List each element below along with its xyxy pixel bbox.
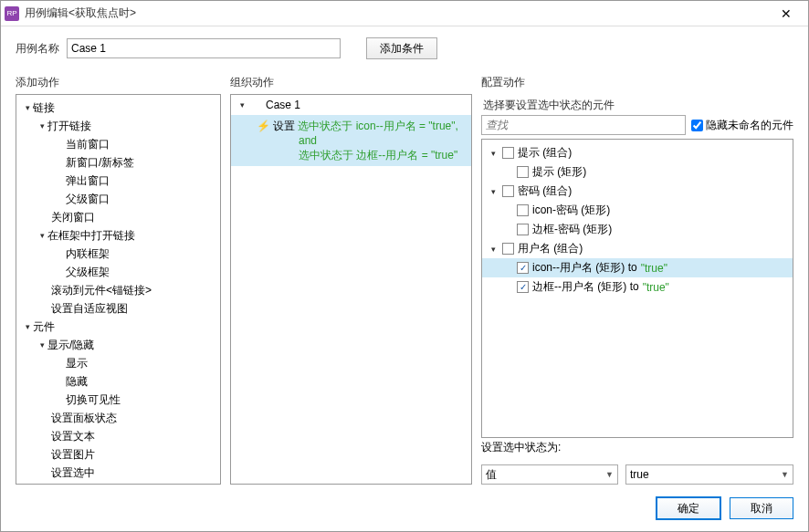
caret-down-icon: ▾ bbox=[488, 186, 499, 197]
action-line2: 选中状态于 边框--用户名 = "true" bbox=[299, 149, 457, 162]
case-name-row: 用例名称 添加条件 bbox=[1, 26, 808, 70]
checkbox[interactable] bbox=[502, 147, 514, 159]
ok-button[interactable]: 确定 bbox=[657, 497, 720, 519]
chevron-down-icon: ▼ bbox=[605, 470, 614, 479]
tree-open-link[interactable]: ▾打开链接 bbox=[16, 117, 220, 135]
tree-widgets[interactable]: ▾元件 bbox=[16, 318, 220, 336]
tree-links[interactable]: ▾链接 bbox=[16, 99, 220, 117]
checkbox-checked[interactable] bbox=[517, 262, 529, 274]
caret-down-icon: ▾ bbox=[22, 102, 33, 113]
checkbox-checked[interactable] bbox=[517, 281, 529, 293]
action-label: 设置 bbox=[273, 120, 295, 132]
checkbox[interactable] bbox=[517, 224, 529, 235]
widget-border-user[interactable]: 边框--用户名 (矩形) to "true" bbox=[482, 277, 793, 297]
tree-parent-frame[interactable]: 父级框架 bbox=[16, 263, 220, 281]
case-name: Case 1 bbox=[266, 99, 300, 111]
tree-close-window[interactable]: 关闭窗口 bbox=[16, 208, 220, 226]
widget-tree[interactable]: ▾提示 (组合) 提示 (矩形) ▾密码 (组合) icon-密码 (矩形) 边… bbox=[481, 139, 793, 438]
tree-set-selected[interactable]: 设置选中 bbox=[16, 464, 220, 482]
cancel-button[interactable]: 取消 bbox=[730, 497, 793, 519]
caret-down-icon: ▾ bbox=[488, 148, 499, 159]
tree-new-window[interactable]: 新窗口/新标签 bbox=[16, 153, 220, 172]
tree-set-image[interactable]: 设置图片 bbox=[16, 445, 220, 464]
widget-pwd-group[interactable]: ▾密码 (组合) bbox=[482, 182, 793, 201]
caret-down-icon: ▾ bbox=[37, 230, 47, 241]
case-icon bbox=[251, 99, 262, 110]
tree-popup[interactable]: 弹出窗口 bbox=[16, 172, 220, 190]
widget-border-pwd[interactable]: 边框-密码 (矩形) bbox=[482, 220, 793, 239]
hide-unnamed-label: 隐藏未命名的元件 bbox=[706, 118, 793, 133]
app-icon: RP bbox=[5, 6, 19, 21]
titlebar: RP 用例编辑<获取焦点时> ✕ bbox=[1, 1, 808, 26]
case-row[interactable]: ▾ Case 1 bbox=[231, 95, 471, 115]
dialog-buttons: 确定 取消 bbox=[1, 490, 808, 530]
checkbox[interactable] bbox=[502, 243, 514, 255]
tree-open-frame[interactable]: ▾在框架中打开链接 bbox=[16, 226, 220, 245]
close-button[interactable]: ✕ bbox=[768, 3, 804, 25]
action-line1b: and bbox=[299, 134, 317, 147]
panel-headers: 添加动作 组织动作 配置动作 bbox=[1, 70, 808, 90]
configure-header: 配置动作 bbox=[481, 75, 793, 90]
dialog: RP 用例编辑<获取焦点时> ✕ 用例名称 添加条件 添加动作 组织动作 配置动… bbox=[0, 0, 809, 532]
tree-scroll-anchor[interactable]: 滚动到元件<锚链接> bbox=[16, 281, 220, 299]
configure-panel: 选择要设置选中状态的元件 隐藏未命名的元件 ▾提示 (组合) 提示 (矩形) ▾… bbox=[481, 94, 793, 485]
add-condition-button[interactable]: 添加条件 bbox=[366, 37, 437, 59]
window-title: 用例编辑<获取焦点时> bbox=[25, 5, 768, 21]
panels: ▾链接 ▾打开链接 当前窗口 新窗口/新标签 弹出窗口 父级窗口 关闭窗口 ▾在… bbox=[1, 90, 808, 490]
widget-icon-user[interactable]: icon--用户名 (矩形) to "true" bbox=[482, 258, 793, 277]
case-action[interactable]: ⚡ 设置 选中状态于 icon--用户名 = "true", and 选中状态于… bbox=[231, 115, 471, 166]
tree-show[interactable]: 显示 bbox=[16, 354, 220, 372]
hide-unnamed-check[interactable]: 隐藏未命名的元件 bbox=[691, 118, 793, 133]
bolt-icon: ⚡ bbox=[257, 119, 268, 162]
caret-down-icon: ▾ bbox=[236, 99, 247, 110]
widget-tip-rect[interactable]: 提示 (矩形) bbox=[482, 162, 793, 182]
action-line1a: 选中状态于 icon--用户名 = "true", bbox=[298, 120, 458, 132]
add-action-header: 添加动作 bbox=[16, 75, 230, 90]
checkbox[interactable] bbox=[502, 185, 514, 197]
true-select[interactable]: true▼ bbox=[625, 464, 793, 485]
checkbox[interactable] bbox=[517, 166, 529, 178]
hide-unnamed-checkbox[interactable] bbox=[691, 120, 703, 131]
tree-set-adaptive[interactable]: 设置自适应视图 bbox=[16, 299, 220, 318]
add-action-panel[interactable]: ▾链接 ▾打开链接 当前窗口 新窗口/新标签 弹出窗口 父级窗口 关闭窗口 ▾在… bbox=[16, 94, 221, 485]
widget-tip-group[interactable]: ▾提示 (组合) bbox=[482, 143, 793, 162]
value-select[interactable]: 值▼ bbox=[481, 464, 618, 485]
tree-parent-window[interactable]: 父级窗口 bbox=[16, 190, 220, 208]
set-state-label: 设置选中状态为: bbox=[481, 438, 793, 457]
tree-show-hide[interactable]: ▾显示/隐藏 bbox=[16, 336, 220, 354]
caret-down-icon: ▾ bbox=[22, 321, 33, 332]
caret-down-icon: ▾ bbox=[37, 120, 47, 131]
case-name-input[interactable] bbox=[67, 38, 341, 58]
select-widgets-label: 选择要设置选中状态的元件 bbox=[481, 94, 793, 115]
tree-inline-frame[interactable]: 内联框架 bbox=[16, 245, 220, 263]
tree-hide[interactable]: 隐藏 bbox=[16, 372, 220, 391]
caret-down-icon: ▾ bbox=[488, 244, 499, 255]
case-name-label: 用例名称 bbox=[16, 41, 59, 57]
search-input[interactable] bbox=[481, 115, 686, 135]
chevron-down-icon: ▼ bbox=[781, 470, 789, 479]
caret-down-icon: ▾ bbox=[37, 339, 47, 350]
tree-set-text[interactable]: 设置文本 bbox=[16, 427, 220, 445]
tree-current-window[interactable]: 当前窗口 bbox=[16, 135, 220, 153]
tree-toggle-vis[interactable]: 切换可见性 bbox=[16, 391, 220, 409]
checkbox[interactable] bbox=[517, 204, 529, 216]
organize-header: 组织动作 bbox=[230, 75, 481, 90]
organize-panel[interactable]: ▾ Case 1 ⚡ 设置 选中状态于 icon--用户名 = "true", … bbox=[230, 94, 472, 485]
widget-icon-pwd[interactable]: icon-密码 (矩形) bbox=[482, 201, 793, 220]
widget-user-group[interactable]: ▾用户名 (组合) bbox=[482, 239, 793, 258]
tree-set-panel[interactable]: 设置面板状态 bbox=[16, 409, 220, 427]
